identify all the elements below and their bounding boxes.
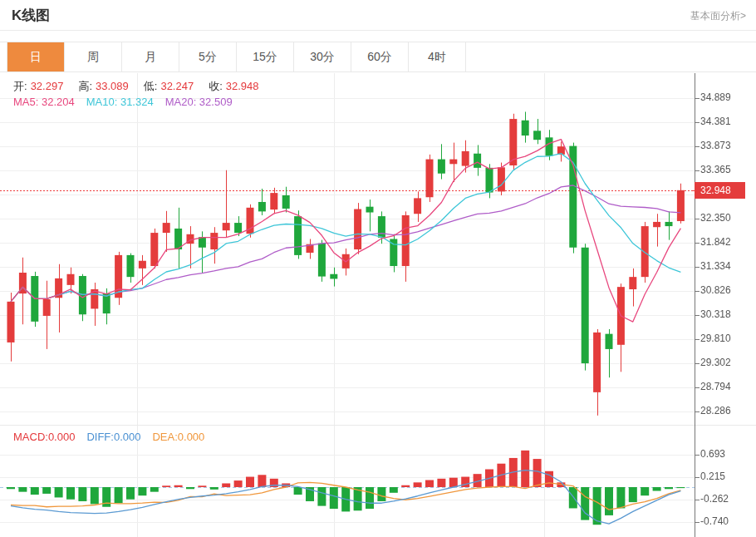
price-tick-label: 31.334: [700, 260, 754, 272]
ohlc-value: 32.297: [31, 80, 64, 92]
page-title: K线图: [12, 6, 50, 25]
tab-4hour[interactable]: 4时: [409, 42, 466, 71]
macd-tick-label: -0.262: [700, 493, 754, 505]
current-price-badge: 32.948: [695, 182, 745, 199]
ma-legend-item: MA20: 32.509: [165, 96, 233, 108]
tab-day[interactable]: 日: [7, 42, 65, 71]
macd-tick-label: 0.215: [700, 470, 754, 482]
ohlc-value: 33.089: [96, 80, 129, 92]
ma-legend-item: MA5: 32.204: [13, 96, 75, 108]
ohlc-label: 高:: [78, 80, 92, 92]
price-tick-label: 33.873: [700, 140, 754, 151]
macd-legend: MACD:0.000DIFF:0.000DEA:0.000: [13, 431, 216, 443]
price-tick-label: 30.826: [700, 284, 754, 296]
header-divider: [0, 30, 756, 31]
chart-plot-area[interactable]: [0, 73, 695, 537]
price-tick-label: 34.381: [700, 116, 754, 127]
macd-tick-label: 0.693: [700, 448, 754, 460]
ma-legend: MA5: 32.204MA10: 31.324MA20: 32.509: [13, 96, 244, 108]
ohlc-legend: 开:32.297高:33.089低:32.247收:32.948: [13, 79, 274, 94]
price-tick-label: 32.350: [700, 212, 754, 224]
tab-60min[interactable]: 60分: [351, 42, 409, 71]
ohlc-item: 收:32.948: [209, 79, 262, 94]
macd-legend-item: DIFF:0.000: [86, 431, 140, 443]
ohlc-item: 高:33.089: [78, 79, 131, 94]
macd-legend-item: DEA:0.000: [152, 431, 204, 443]
price-tick-label: 33.365: [700, 164, 754, 175]
ohlc-value: 32.948: [226, 80, 259, 92]
tab-30min[interactable]: 30分: [294, 42, 351, 71]
fundamental-analysis-link[interactable]: 基本面分析>: [690, 9, 746, 23]
ohlc-label: 低:: [144, 80, 158, 92]
period-tab-bar: 日周月5分15分30分60分4时: [0, 42, 756, 72]
tab-week[interactable]: 周: [65, 42, 122, 71]
price-tick-label: 28.794: [700, 381, 754, 392]
tab-5min[interactable]: 5分: [179, 42, 237, 71]
price-tick-label: 28.286: [700, 405, 754, 416]
price-tick-label: 34.889: [700, 91, 754, 103]
ohlc-label: 开:: [13, 80, 27, 92]
ohlc-item: 低:32.247: [144, 79, 197, 94]
tab-month[interactable]: 月: [122, 42, 179, 71]
ohlc-value: 32.247: [160, 80, 194, 92]
tab-15min[interactable]: 15分: [237, 42, 294, 71]
macd-tick-label: -0.740: [700, 515, 754, 527]
ohlc-item: 开:32.297: [13, 79, 66, 94]
price-tick-label: 29.302: [700, 357, 754, 368]
ohlc-label: 收:: [209, 80, 223, 92]
price-tick-label: 30.318: [700, 308, 754, 320]
price-tick-label: 29.810: [700, 333, 754, 344]
ma-legend-item: MA10: 31.324: [86, 96, 154, 108]
tab-bar-left-pad: [0, 42, 7, 71]
kline-page: K线图 基本面分析> 日周月5分15分30分60分4时 开:32.297高:33…: [0, 0, 756, 537]
macd-legend-item: MACD:0.000: [13, 431, 75, 443]
price-tick-label: 31.842: [700, 236, 754, 248]
